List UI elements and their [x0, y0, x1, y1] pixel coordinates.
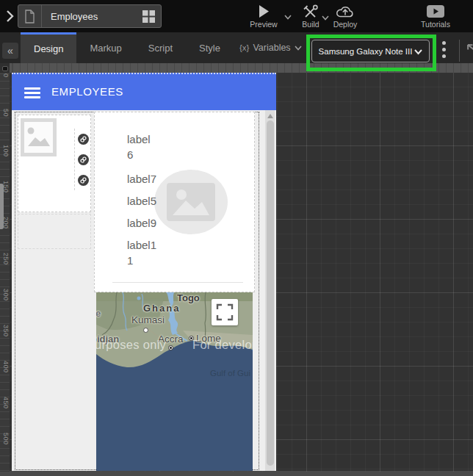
ruler-number: 350 — [1, 325, 10, 337]
bound-label-row[interactable]: n — [78, 129, 91, 149]
pages-grid-icon[interactable] — [142, 10, 155, 23]
fullscreen-icon — [216, 303, 234, 321]
bound-label-row[interactable]: C — [78, 170, 91, 190]
ruler-number: 400 — [1, 361, 10, 373]
map-marker-kumasi — [143, 328, 148, 333]
page-content: n D C — [12, 110, 276, 471]
map-fullscreen-button[interactable] — [212, 299, 238, 325]
image-placeholder-icon — [167, 183, 215, 221]
page-name: Employees — [51, 11, 98, 22]
profile-image-placeholder[interactable] — [154, 170, 228, 234]
highlight-box — [306, 35, 436, 71]
page-scrollbar[interactable] — [265, 110, 275, 471]
tab-style[interactable]: Style — [186, 32, 234, 63]
pointer-tool-icon[interactable] — [465, 42, 473, 54]
label-component[interactable]: label6 — [127, 131, 151, 162]
label-component[interactable]: label11 — [127, 237, 156, 268]
divider — [41, 5, 42, 27]
collapse-left-panel-button[interactable]: « — [2, 43, 18, 59]
variables-button[interactable]: {x} Variables — [239, 32, 302, 63]
expand-panel-icon[interactable] — [6, 10, 15, 23]
horizontal-scrollbar-track[interactable] — [0, 472, 473, 476]
map-label-ivoire: re — [96, 308, 101, 319]
map-watermark-right: For develop — [192, 338, 253, 352]
variables-dropdown-icon — [295, 46, 302, 51]
ruler-corner-icon — [2, 66, 8, 71]
detail-panel-component[interactable]: label6 label7 label5 label9 label11 — [94, 112, 255, 292]
panel-drag-handle[interactable] — [0, 184, 4, 229]
scroll-up-icon[interactable] — [267, 114, 273, 118]
label-component[interactable]: label5 — [127, 193, 156, 209]
ruler-number: 300 — [1, 289, 10, 301]
app-header-component[interactable]: EMPLOYEES — [12, 73, 276, 110]
more-options-button[interactable] — [442, 41, 447, 58]
page-icon — [24, 10, 35, 24]
editor-tabs: Design Markup Script Style — [21, 32, 234, 63]
binding-rows: n D C — [74, 129, 91, 190]
preview-dropdown-icon[interactable] — [284, 15, 292, 20]
divider — [459, 40, 460, 62]
tab-design[interactable]: Design — [21, 32, 76, 63]
ruler-number: 50 — [1, 109, 10, 117]
data-binding-icon — [78, 175, 89, 186]
ruler-number: 250 — [1, 253, 10, 265]
empty-list-row[interactable] — [18, 214, 91, 249]
menu-icon[interactable] — [24, 87, 40, 98]
list-item-component[interactable]: n D C — [18, 115, 91, 212]
map-watermark-left: urposes only — [96, 338, 166, 352]
tab-script[interactable]: Script — [135, 32, 186, 63]
tutorials-video-icon — [427, 4, 444, 18]
bound-label-row[interactable]: D — [78, 149, 91, 170]
app-header-title: EMPLOYEES — [51, 85, 123, 98]
ruler-number: 0 — [1, 73, 10, 78]
data-binding-icon — [78, 134, 89, 145]
ruler-number: 450 — [1, 397, 10, 409]
image-placeholder-icon[interactable] — [21, 118, 57, 156]
preview-button[interactable]: Preview — [244, 4, 284, 29]
top-toolbar: Employees Preview Build Deploy Tutorials — [0, 0, 473, 32]
page-selector[interactable]: Employees — [18, 4, 162, 28]
data-binding-icon — [78, 154, 89, 165]
tab-markup[interactable]: Markup — [76, 32, 134, 63]
variables-icon: {x} — [239, 43, 249, 52]
map-label-gulf: Gulf of Gui — [210, 369, 250, 378]
app-window: Employees Preview Build Deploy Tutorials… — [0, 0, 473, 476]
label-component[interactable]: label9 — [127, 215, 156, 231]
divider — [112, 282, 243, 283]
ruler-corner — [0, 63, 10, 73]
label-component[interactable]: label7 — [127, 171, 156, 187]
map-label-togo: Togo — [177, 292, 200, 303]
preview-play-icon — [259, 4, 270, 18]
map-label-kumasi: Kumasi — [131, 314, 165, 325]
ruler-number: 500 — [1, 433, 10, 445]
map-marker-accra — [168, 345, 173, 350]
variables-label: Variables — [253, 43, 290, 53]
phone-preview: EMPLOYEES n D — [12, 73, 276, 472]
map-label-ghana: Ghana — [143, 303, 180, 314]
deploy-cloud-icon — [335, 4, 355, 18]
map-component[interactable]: Togo Ghana Kumasi re Accra Lome bidjan u… — [96, 292, 253, 471]
deploy-button[interactable]: Deploy — [328, 4, 362, 29]
tutorials-button[interactable]: Tutorials — [417, 4, 454, 29]
build-tools-icon — [303, 4, 319, 18]
ruler-number: 100 — [1, 145, 10, 157]
vertical-ruler: 0 50 100 150 200 250 300 350 400 450 500 — [0, 73, 10, 472]
scrollbar-thumb[interactable] — [267, 120, 274, 466]
